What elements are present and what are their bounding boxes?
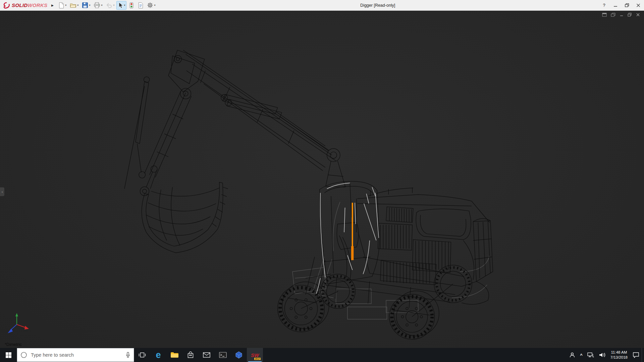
restore-document-button[interactable] bbox=[628, 13, 632, 17]
edge-icon: e bbox=[156, 351, 161, 360]
dropdown-arrow-icon[interactable]: ▾ bbox=[65, 4, 66, 7]
new-window-icon[interactable] bbox=[602, 13, 607, 17]
volume-button[interactable] bbox=[596, 348, 608, 362]
minimize-window-button[interactable] bbox=[610, 0, 621, 10]
logo-solid-text: SOLID bbox=[12, 2, 28, 8]
edge-button[interactable]: e bbox=[150, 348, 166, 362]
taskbar-search[interactable] bbox=[17, 348, 134, 362]
x-axis-arrow bbox=[24, 326, 29, 329]
store-button[interactable] bbox=[182, 348, 199, 362]
cortana-icon bbox=[20, 352, 27, 358]
volume-icon bbox=[599, 352, 605, 358]
titlebar: SOLIDWORKS ▶ ▾ ▾ ▾ bbox=[0, 0, 644, 11]
new-document-button[interactable]: ▾ bbox=[57, 1, 68, 10]
people-icon bbox=[569, 352, 575, 358]
windows-logo-icon bbox=[6, 352, 11, 358]
wireframe-edges bbox=[124, 50, 493, 339]
y-axis-arrow bbox=[15, 313, 18, 316]
ds-swoosh-icon bbox=[3, 2, 11, 9]
dropdown-arrow-icon[interactable]: ▾ bbox=[101, 4, 102, 7]
people-button[interactable] bbox=[567, 348, 578, 362]
solidworks-2017-icon: SW 2017 bbox=[250, 350, 260, 360]
dropdown-arrow-icon[interactable]: ▾ bbox=[77, 4, 78, 7]
document-window-controls bbox=[602, 13, 640, 17]
solidworks-taskbar-button[interactable]: SW 2017 bbox=[247, 348, 263, 362]
file-explorer-button[interactable] bbox=[166, 348, 182, 362]
microphone-icon[interactable] bbox=[125, 352, 130, 358]
save-floppy-icon bbox=[82, 2, 88, 8]
chevron-up-icon: ^ bbox=[580, 353, 583, 358]
restore-icon bbox=[625, 3, 629, 7]
close-document-button[interactable] bbox=[636, 13, 640, 17]
minimize-icon bbox=[613, 3, 618, 7]
dropdown-arrow-icon[interactable]: ▾ bbox=[154, 4, 155, 7]
print-button[interactable]: ▾ bbox=[92, 1, 104, 10]
mail-button[interactable] bbox=[199, 348, 215, 362]
dropdown-arrow-icon[interactable]: ▾ bbox=[89, 4, 90, 7]
action-center-icon bbox=[633, 352, 639, 358]
mail-icon bbox=[203, 352, 210, 358]
logo-works-text: WORKS bbox=[28, 2, 47, 8]
rebuild-button[interactable] bbox=[127, 1, 136, 10]
system-tray: ^ 11:48 AM 7/13/2018 bbox=[567, 348, 644, 362]
view-orientation-label: *Dimetric bbox=[5, 342, 22, 347]
undo-arrow-icon bbox=[106, 2, 112, 8]
document-title: Digger [Read-only] bbox=[157, 3, 598, 8]
dropdown-arrow-icon[interactable]: ▾ bbox=[124, 4, 125, 7]
solidworks-logo: SOLIDWORKS bbox=[0, 2, 49, 9]
save-button[interactable]: ▾ bbox=[80, 1, 92, 10]
options-button[interactable]: ▾ bbox=[146, 1, 157, 10]
options-gear-icon bbox=[147, 2, 153, 8]
task-view-button[interactable] bbox=[134, 348, 150, 362]
undo-button[interactable]: ▾ bbox=[104, 1, 116, 10]
cascade-windows-icon[interactable] bbox=[611, 13, 615, 17]
clock-date: 7/13/2018 bbox=[610, 355, 628, 360]
3d-viewer-icon bbox=[235, 351, 243, 359]
menu-expand-arrow[interactable]: ▶ bbox=[49, 2, 55, 9]
console-button[interactable] bbox=[215, 348, 231, 362]
show-desktop-button[interactable] bbox=[642, 348, 643, 362]
search-input[interactable] bbox=[30, 352, 122, 358]
select-cursor-icon bbox=[118, 2, 123, 9]
file-properties-button[interactable] bbox=[137, 1, 145, 10]
start-button[interactable] bbox=[0, 348, 17, 362]
print-icon bbox=[94, 2, 100, 8]
task-view-icon bbox=[138, 352, 146, 358]
dropdown-arrow-icon[interactable]: ▾ bbox=[113, 4, 114, 7]
graphics-viewport[interactable]: ‹ *Dimetric bbox=[0, 11, 644, 348]
file-properties-icon bbox=[138, 2, 144, 9]
minimize-document-button[interactable] bbox=[620, 13, 624, 17]
console-icon bbox=[219, 352, 227, 358]
action-center-button[interactable] bbox=[630, 348, 642, 362]
help-button[interactable]: ? bbox=[598, 0, 610, 10]
orientation-triad[interactable] bbox=[5, 312, 31, 338]
hidden-icons-button[interactable]: ^ bbox=[578, 348, 585, 362]
excavator-wireframe-model[interactable] bbox=[0, 11, 644, 348]
clock-time: 11:48 AM bbox=[610, 350, 628, 355]
close-window-button[interactable] bbox=[633, 0, 644, 10]
taskbar: e SW 2017 bbox=[0, 348, 644, 362]
store-icon bbox=[187, 351, 194, 359]
file-explorer-icon bbox=[170, 352, 179, 358]
rebuild-traffic-light-icon bbox=[128, 2, 135, 9]
open-button[interactable]: ▾ bbox=[68, 1, 80, 10]
network-button[interactable] bbox=[585, 348, 596, 362]
3d-viewer-button[interactable] bbox=[231, 348, 247, 362]
window-controls: ? bbox=[598, 0, 644, 10]
restore-window-button[interactable] bbox=[621, 0, 633, 10]
network-icon bbox=[587, 352, 594, 358]
close-icon bbox=[636, 3, 640, 7]
select-tool-button[interactable]: ▾ bbox=[116, 1, 126, 10]
quick-access-toolbar: ▾ ▾ ▾ ▾ bbox=[57, 1, 157, 10]
taskbar-clock[interactable]: 11:48 AM 7/13/2018 bbox=[608, 350, 630, 360]
open-folder-icon bbox=[70, 2, 76, 8]
new-document-icon bbox=[58, 2, 64, 9]
panel-flyout-tab[interactable]: ‹ bbox=[0, 187, 4, 196]
